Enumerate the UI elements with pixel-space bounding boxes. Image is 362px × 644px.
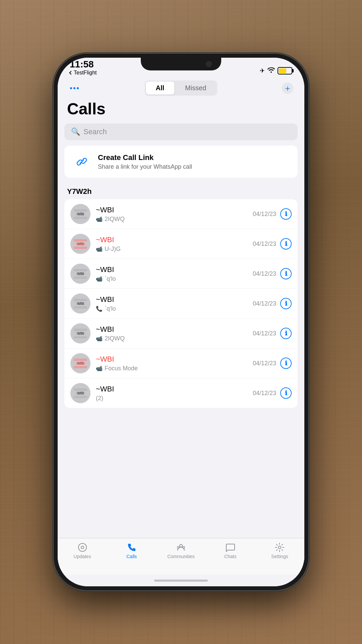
airplane-mode-icon: ✈ (260, 67, 265, 74)
notch-pill (159, 61, 203, 64)
svg-point-0 (78, 543, 86, 551)
status-left: 11:58 TestFlight (70, 60, 97, 76)
search-icon: 🔍 (71, 127, 80, 136)
call-date: 04/12/23 (253, 270, 276, 277)
dot2 (73, 87, 75, 89)
call-item[interactable]: WBI ~WBI 📹 Focus Mode 04/12/23 ℹ (64, 348, 298, 378)
call-detail: 📹 2IQWQ (96, 216, 247, 223)
phone-icon: 📞 (96, 306, 103, 312)
call-date: 04/12/23 (253, 300, 276, 307)
info-button[interactable]: ℹ (280, 208, 292, 220)
chats-icon (225, 542, 235, 552)
call-detail: 📹 U-J)G (96, 246, 247, 253)
add-call-button[interactable]: ＋ (279, 82, 296, 95)
link-subtitle: Share a link for your WhatsApp call (98, 163, 290, 170)
info-button[interactable]: ℹ (280, 328, 292, 339)
battery-fill (279, 68, 286, 73)
avatar: WBI (70, 264, 90, 284)
video-icon: 📹 (96, 276, 103, 282)
tab-bar-calls[interactable]: Calls (107, 542, 156, 559)
avatar: WBI (70, 323, 90, 343)
call-info: ~WBI 📹 2IQWQ (96, 325, 247, 342)
avatar: WBI (70, 383, 90, 403)
call-meta: 04/12/23 ℹ (253, 358, 292, 369)
call-info: ~WBI 📹 Focus Mode (96, 355, 247, 372)
call-meta: 04/12/23 ℹ (253, 268, 292, 279)
tab-missed[interactable]: Missed (175, 82, 216, 95)
page-title: Calls (58, 98, 304, 123)
search-box[interactable]: 🔍 Search (64, 123, 298, 140)
call-item[interactable]: WBI ~WBI 📹 2IQWQ 04/12/23 ℹ (64, 199, 298, 229)
dot1 (70, 87, 72, 89)
link-text: Create Call Link Share a link for your W… (98, 153, 290, 170)
call-date: 04/12/23 (253, 211, 276, 218)
updates-icon (77, 542, 87, 552)
call-name: ~WBI (96, 206, 247, 214)
create-call-link-card[interactable]: Create Call Link Share a link for your W… (64, 146, 298, 178)
tab-all[interactable]: All (146, 82, 175, 95)
info-button[interactable]: ℹ (280, 387, 292, 399)
calls-icon (127, 542, 137, 552)
tab-bar-communities[interactable]: Communities (156, 542, 205, 559)
call-info: ~WBI (2) (96, 385, 247, 402)
call-name: ~WBI (96, 385, 247, 393)
call-meta: 04/12/23 ℹ (253, 387, 292, 399)
video-icon: 📹 (96, 246, 103, 252)
tab-bar-settings-label: Settings (271, 554, 288, 559)
call-date: 04/12/23 (253, 330, 276, 337)
link-title: Create Call Link (98, 153, 290, 162)
wifi-icon (267, 67, 275, 74)
call-item[interactable]: WBI ~WBI 📹 `q'lo 04/12/23 ℹ (64, 259, 298, 289)
call-meta: 04/12/23 ℹ (253, 298, 292, 309)
tab-bar: Updates Calls Communities (58, 538, 304, 575)
avatar: WBI (70, 234, 90, 254)
communities-icon (176, 542, 186, 552)
call-info: ~WBI 📹 U-J)G (96, 235, 247, 253)
phone-frame: 11:58 TestFlight ✈ (54, 54, 308, 590)
call-date: 04/12/23 (253, 360, 276, 367)
video-icon: 📹 (96, 335, 103, 342)
search-container: 🔍 Search (58, 123, 304, 146)
home-indicator (58, 575, 304, 586)
link-icon-wrap (72, 152, 91, 171)
scroll-area[interactable]: Create Call Link Share a link for your W… (58, 146, 304, 538)
search-placeholder: Search (83, 127, 107, 136)
avatar: WBI (70, 204, 90, 224)
call-item[interactable]: WBI ~WBI 📞 `q'lo 04/12/23 ℹ (64, 289, 298, 319)
more-options-button[interactable] (66, 82, 83, 95)
tab-bar-communities-label: Communities (167, 554, 195, 559)
call-date: 04/12/23 (253, 240, 276, 248)
link-icon (75, 155, 88, 168)
section-header: Y7W2h (64, 186, 298, 199)
screen: 11:58 TestFlight ✈ (58, 58, 304, 586)
settings-icon (275, 542, 285, 552)
tab-bar-updates-label: Updates (74, 554, 91, 559)
call-info: ~WBI 📹 2IQWQ (96, 206, 247, 223)
call-detail: 📞 `q'lo (96, 305, 247, 312)
status-carrier: TestFlight (70, 70, 97, 76)
tab-bar-updates[interactable]: Updates (58, 542, 107, 559)
calls-list: WBI ~WBI 📹 2IQWQ 04/12/23 ℹ (64, 199, 298, 408)
info-button[interactable]: ℹ (280, 298, 292, 309)
status-icons: ✈ (260, 67, 292, 76)
call-name: ~WBI (96, 265, 247, 274)
avatar: WBI (70, 293, 90, 314)
call-info: ~WBI 📞 `q'lo (96, 295, 247, 312)
call-detail: 📹 Focus Mode (96, 365, 247, 372)
call-detail: (2) (96, 395, 247, 402)
info-button[interactable]: ℹ (280, 358, 292, 369)
info-button[interactable]: ℹ (280, 268, 292, 279)
info-button[interactable]: ℹ (280, 238, 292, 250)
call-item[interactable]: WBI ~WBI 📹 U-J)G 04/12/23 ℹ (64, 229, 298, 259)
content: 11:58 TestFlight ✈ (58, 58, 304, 586)
call-meta: 04/12/23 ℹ (253, 238, 292, 250)
dot3 (77, 87, 79, 89)
tab-bar-settings[interactable]: Settings (255, 542, 304, 559)
svg-point-5 (278, 546, 281, 549)
call-name: ~WBI (96, 235, 247, 244)
tab-bar-chats[interactable]: Chats (206, 542, 255, 559)
call-info: ~WBI 📹 `q'lo (96, 265, 247, 282)
call-item[interactable]: WBI ~WBI 📹 2IQWQ 04/12/23 ℹ (64, 319, 298, 348)
call-item[interactable]: WBI ~WBI (2) 04/12/23 ℹ (64, 378, 298, 408)
video-icon: 📹 (96, 365, 103, 372)
